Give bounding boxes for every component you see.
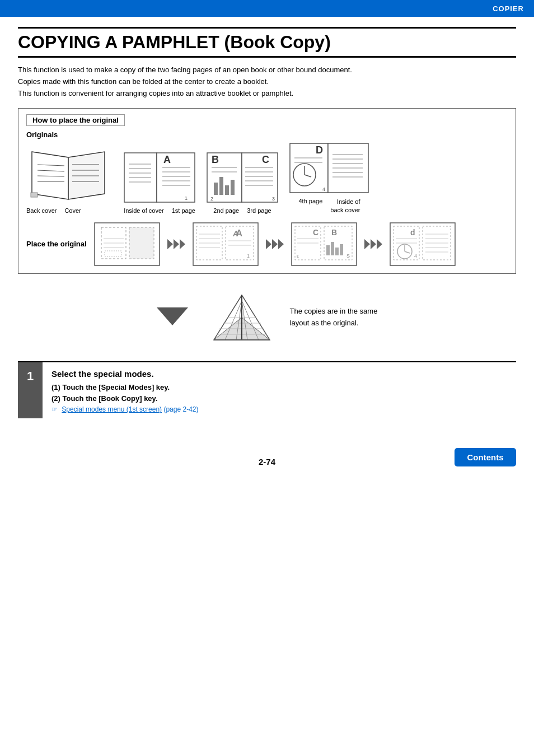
svg-text:2: 2 [210,196,213,202]
scan-diagram-2: A A 1 [192,222,259,267]
contents-button[interactable]: Contents [455,448,516,466]
down-arrow-container [157,307,188,328]
page-d-labels: 4th page Inside ofback cover [298,198,360,214]
svg-text:C: C [313,228,318,237]
svg-rect-30 [214,183,218,195]
result-description: The copies are in the same layout as the… [290,306,378,329]
svg-text:d: d [410,228,415,237]
svg-rect-35 [242,153,278,202]
svg-rect-85 [326,245,330,255]
footer: 2-74 Contents [0,442,534,472]
step-sub1: (1) Touch the [Special Modes] key. [51,383,507,391]
header-bar: COPIER [0,0,534,17]
svg-text:B: B [331,228,337,237]
howto-title: How to place the original [26,114,125,126]
triple-arrow-1 [167,239,185,249]
svg-text:3: 3 [272,196,275,202]
step-title: Select the special modes. [51,369,507,379]
book-open-item: Back cover Cover [26,143,113,214]
svg-marker-0 [32,152,68,199]
page-bc-labels: 2nd page 3rd page [213,207,271,214]
svg-text:1: 1 [247,253,250,259]
svg-text:A: A [232,229,238,238]
step-sub2: (2) Touch the [Book Copy] key. [51,394,507,403]
svg-rect-60 [129,227,154,259]
page-a1-labels: Inside of cover 1st page [124,207,195,214]
step-number-box: 1 [18,362,43,418]
header-label: COPIER [493,4,524,13]
main-content: COPYING A PAMPHLET (Book Copy) This func… [0,17,534,431]
page-bc-item: B 2 C [206,152,279,214]
book-labels: Back cover Cover [26,207,81,214]
scan-diagram-1 [93,222,161,267]
howto-box: How to place the original Originals [18,108,516,274]
place-label: Place the original [26,240,87,248]
svg-rect-31 [219,177,223,195]
step-1-row: 1 Select the special modes. (1) Touch th… [18,362,516,420]
svg-text:S: S [346,253,350,259]
result-section: The copies are in the same layout as the… [18,284,516,351]
footer-page-number: 2-74 [184,457,350,466]
place-row: Place the original [26,222,508,267]
svg-text:D: D [316,144,323,156]
svg-text:A: A [163,154,171,165]
page-a1-item: A 1 Inside of cover 1st page [123,152,196,214]
svg-rect-18 [157,153,195,202]
svg-text:B: B [212,154,219,165]
steps-section: 1 Select the special modes. (1) Touch th… [18,361,516,420]
page-a1-svg: A 1 [123,152,196,205]
svg-rect-11 [31,193,38,197]
book-open-svg [26,143,113,205]
svg-rect-32 [225,185,229,195]
svg-rect-88 [340,244,343,255]
step-content: Select the special modes. (1) Touch the … [43,362,516,420]
originals-row: Back cover Cover A [26,142,508,214]
svg-text:4: 4 [414,253,417,259]
booklet-svg [203,284,281,351]
svg-text:4: 4 [322,186,325,192]
page-d-item: D 4 [289,142,370,214]
svg-rect-64 [105,251,121,256]
intro-text: This function is used to make a copy of … [18,64,516,99]
page-title: COPYING A PAMPHLET (Book Copy) [18,27,516,58]
page-bc-svg: B 2 C [206,152,279,205]
step-link-line: ☞ Special modes menu (1st screen) (page … [51,405,507,413]
svg-rect-86 [331,242,334,255]
triple-arrow-3 [364,239,382,249]
step-link[interactable]: Special modes menu (1st screen) [62,405,162,413]
svg-text:1: 1 [185,195,188,201]
triple-arrow-2 [266,239,284,249]
scan-diagram-4: d 4 [389,222,456,267]
down-arrow-icon [157,307,188,325]
booklet-result: The copies are in the same layout as the… [157,284,378,351]
page-d-svg: D 4 [289,142,370,195]
originals-label: Originals [26,130,508,139]
svg-text:C: C [262,154,269,165]
svg-rect-33 [231,180,235,195]
svg-rect-87 [335,248,339,255]
svg-text:ε: ε [297,253,299,259]
scan-diagram-3: C ε B S [291,222,358,267]
